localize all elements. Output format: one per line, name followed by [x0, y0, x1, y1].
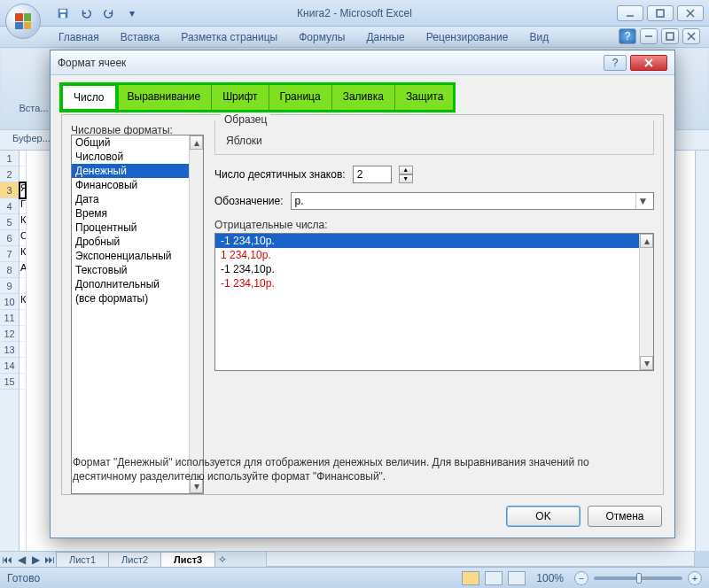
list-scrollbar[interactable]: ▴ ▾	[189, 135, 203, 493]
row-header[interactable]: 12	[0, 326, 19, 342]
ribbon-tab-data[interactable]: Данные	[355, 27, 415, 47]
ribbon-tab-view[interactable]: Вид	[518, 27, 559, 47]
negative-format-item[interactable]: -1 234,10р.	[215, 234, 653, 248]
cell[interactable]: С	[19, 230, 26, 246]
cell[interactable]	[19, 166, 26, 182]
decimals-input[interactable]	[353, 166, 392, 183]
office-button[interactable]	[5, 4, 41, 39]
cell[interactable]: Я	[19, 182, 26, 198]
format-item[interactable]: (все форматы)	[72, 291, 203, 306]
ribbon-minimize-button[interactable]	[640, 28, 658, 44]
sheet-nav-last-icon[interactable]: ⏭	[43, 553, 57, 567]
row-header[interactable]: 11	[0, 310, 19, 326]
view-page-layout-button[interactable]	[485, 571, 503, 585]
format-item[interactable]: Финансовый	[72, 178, 203, 192]
tab-border[interactable]: Граница	[269, 84, 332, 111]
ribbon-tab-formulas[interactable]: Формулы	[288, 27, 355, 47]
tab-fill[interactable]: Заливка	[331, 84, 395, 111]
format-item[interactable]: Дополнительный	[72, 277, 203, 291]
qat-customize-icon[interactable]: ▾	[122, 4, 142, 23]
row-header[interactable]: 2	[0, 166, 19, 182]
tab-protection[interactable]: Защита	[394, 84, 456, 111]
row-header[interactable]: 1	[0, 151, 19, 166]
cell[interactable]: К	[19, 294, 26, 310]
zoom-thumb[interactable]	[636, 573, 642, 584]
sheet-insert-icon[interactable]: ✧	[215, 553, 230, 567]
cell[interactable]	[19, 151, 26, 166]
cell[interactable]: А	[19, 262, 26, 278]
cell[interactable]	[19, 326, 26, 342]
undo-icon[interactable]	[76, 4, 96, 23]
number-formats-list[interactable]: ОбщийЧисловойДенежныйФинансовыйДатаВремя…	[71, 135, 204, 494]
ok-button[interactable]: OK	[506, 506, 580, 527]
sheet-tab[interactable]: Лист3	[160, 552, 215, 567]
cell[interactable]: К	[19, 246, 26, 262]
cell[interactable]: Г	[19, 198, 26, 214]
zoom-in-button[interactable]: +	[688, 571, 702, 585]
spin-up-icon[interactable]: ▲	[399, 166, 413, 174]
cell[interactable]	[19, 374, 26, 390]
format-item[interactable]: Дата	[72, 192, 203, 206]
zoom-out-button[interactable]: −	[574, 571, 588, 585]
cell[interactable]	[19, 358, 26, 374]
sheet-tab[interactable]: Лист2	[108, 552, 161, 567]
dialog-help-button[interactable]: ?	[604, 55, 627, 71]
row-header[interactable]: 5	[0, 214, 19, 230]
row-header[interactable]: 14	[0, 358, 19, 374]
cancel-button[interactable]: Отмена	[588, 506, 662, 527]
row-header[interactable]: 4	[0, 198, 19, 214]
sheet-tab[interactable]: Лист1	[56, 552, 109, 567]
tab-alignment[interactable]: Выравнивание	[116, 84, 213, 111]
row-header[interactable]: 3	[0, 182, 19, 198]
scroll-down-icon[interactable]: ▾	[640, 356, 653, 370]
vertical-scrollbar[interactable]	[695, 151, 709, 551]
format-item[interactable]: Время	[72, 206, 203, 220]
ribbon-tab-insert[interactable]: Вставка	[110, 27, 171, 47]
scroll-up-icon[interactable]: ▴	[190, 135, 203, 150]
negative-numbers-list[interactable]: -1 234,10р.1 234,10р.-1 234,10р.-1 234,1…	[214, 233, 654, 371]
format-item[interactable]: Денежный	[72, 164, 203, 178]
format-item[interactable]: Текстовый	[72, 263, 203, 277]
spin-down-icon[interactable]: ▼	[399, 174, 413, 183]
cell[interactable]	[19, 342, 26, 358]
ribbon-tab-page-layout[interactable]: Разметка страницы	[170, 27, 288, 47]
view-normal-button[interactable]	[462, 571, 479, 585]
zoom-slider[interactable]	[594, 576, 682, 580]
row-header[interactable]: 9	[0, 278, 19, 294]
negative-format-item[interactable]: -1 234,10р.	[215, 262, 653, 276]
sheet-nav-first-icon[interactable]: ⏮	[0, 553, 14, 567]
row-header[interactable]: 10	[0, 294, 19, 310]
negative-format-item[interactable]: 1 234,10р.	[215, 248, 653, 262]
row-header[interactable]: 8	[0, 262, 19, 278]
format-item[interactable]: Экспоненциальный	[72, 249, 203, 263]
close-button[interactable]	[677, 5, 704, 21]
cell[interactable]	[19, 310, 26, 326]
dialog-close-button[interactable]	[630, 55, 667, 71]
horizontal-scrollbar[interactable]	[266, 551, 695, 567]
format-item[interactable]: Числовой	[72, 150, 203, 164]
ribbon-tab-home[interactable]: Главная	[48, 27, 110, 47]
dialog-titlebar[interactable]: Формат ячеек ?	[51, 50, 674, 75]
sheet-nav-next-icon[interactable]: ▶	[28, 553, 43, 567]
view-page-break-button[interactable]	[508, 571, 526, 585]
negative-format-item[interactable]: -1 234,10р.	[215, 276, 653, 290]
tab-font[interactable]: Шрифт	[211, 84, 269, 111]
cell[interactable]	[19, 278, 26, 294]
save-icon[interactable]	[53, 4, 73, 23]
maximize-button[interactable]	[647, 5, 674, 21]
redo-icon[interactable]	[99, 4, 119, 23]
symbol-select[interactable]: р. ▼	[291, 192, 654, 210]
cell[interactable]: К	[19, 214, 26, 230]
scroll-up-icon[interactable]: ▴	[640, 234, 653, 248]
format-item[interactable]: Процентный	[72, 220, 203, 235]
minimize-button[interactable]	[617, 5, 643, 21]
ribbon-restore-button[interactable]	[661, 28, 679, 44]
format-item[interactable]: Дробный	[72, 235, 203, 249]
sheet-nav-prev-icon[interactable]: ◀	[14, 553, 28, 567]
tab-number[interactable]: Число	[61, 84, 117, 111]
list-scrollbar[interactable]: ▴ ▾	[639, 234, 653, 370]
row-header[interactable]: 13	[0, 342, 19, 358]
row-header[interactable]: 6	[0, 230, 19, 246]
row-header[interactable]: 15	[0, 374, 19, 390]
ribbon-close-button[interactable]	[682, 28, 700, 44]
